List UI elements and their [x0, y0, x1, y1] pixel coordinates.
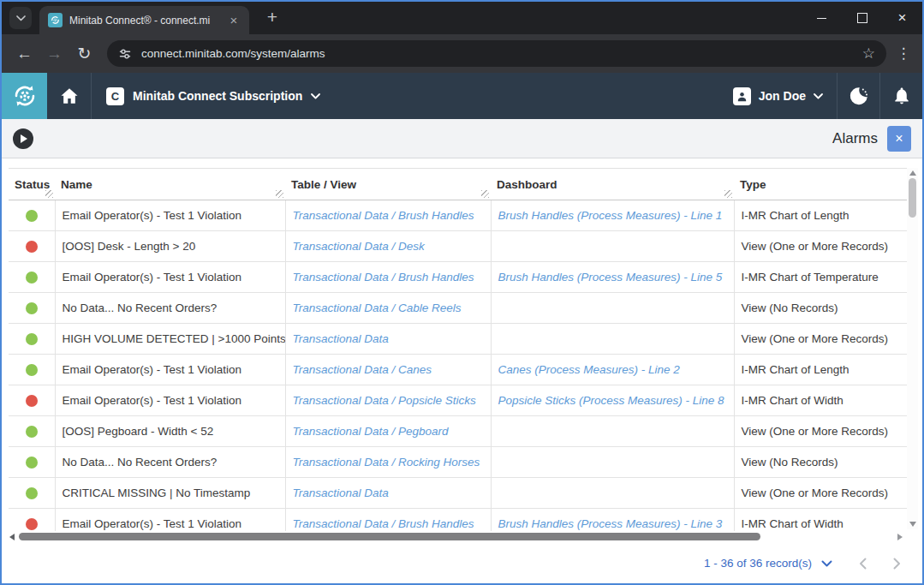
minitab-connect-favicon — [48, 13, 63, 27]
url-text[interactable]: connect.minitab.com/system/alarms — [141, 47, 853, 60]
table-view-link[interactable]: Transactional Data / Brush Handles — [293, 271, 474, 284]
table-view-link[interactable]: Transactional Data / Brush Handles — [293, 517, 474, 530]
table-view-link[interactable]: Transactional Data / Cable Reels — [293, 301, 462, 314]
alarm-name: HIGH VOLUME DETECTED | >1000 Points — [55, 324, 285, 355]
table-view-cell: Transactional Data / Popsicle Sticks — [285, 385, 491, 416]
panel-close-button[interactable]: × — [887, 126, 911, 152]
table-row[interactable]: Email Operator(s) - Test 1 ViolationTran… — [9, 262, 907, 293]
scroll-up-arrow[interactable] — [909, 170, 916, 176]
column-header-status[interactable]: Status — [9, 169, 55, 200]
table-view-cell: Transactional Data / Brush Handles — [285, 200, 491, 231]
dashboard-link[interactable]: Brush Handles (Process Measures) - Line … — [498, 209, 723, 222]
table-row[interactable]: Email Operator(s) - Test 1 ViolationTran… — [9, 355, 907, 385]
chevron-down-icon — [821, 560, 832, 567]
subscription-badge: C — [106, 87, 124, 105]
browser-tab[interactable]: Minitab Connect® - connect.mi × — [39, 6, 249, 34]
minitab-connect-logo[interactable] — [2, 73, 47, 119]
scroll-down-arrow[interactable] — [909, 522, 916, 527]
horizontal-scroll-thumb[interactable] — [19, 533, 760, 540]
site-settings-icon[interactable] — [118, 47, 132, 61]
table-view-link[interactable]: Transactional Data / Brush Handles — [293, 209, 474, 222]
dark-mode-toggle[interactable] — [838, 73, 879, 119]
dashboard-link[interactable]: Canes (Process Measures) - Line 2 — [498, 363, 680, 376]
table-view-cell: Transactional Data / Cable Reels — [285, 293, 491, 324]
scroll-left-arrow[interactable] — [9, 534, 15, 540]
dashboard-cell — [491, 447, 734, 478]
table-view-link[interactable]: Transactional Data / Popsicle Sticks — [293, 394, 476, 407]
user-avatar — [733, 87, 751, 105]
alarms-table: Status Name Table / View Dashboard Type … — [9, 168, 907, 531]
tab-search-button[interactable] — [9, 7, 32, 29]
status-cell — [9, 478, 55, 509]
home-button[interactable] — [47, 73, 91, 119]
address-bar[interactable]: connect.minitab.com/system/alarms ☆ — [107, 40, 886, 67]
status-cell — [9, 324, 55, 355]
table-row[interactable]: No Data... No Recent Orders?Transactiona… — [9, 293, 907, 324]
chevron-right-icon — [893, 558, 901, 570]
table-view-cell: Transactional Data / Brush Handles — [285, 509, 491, 532]
status-cell — [9, 200, 55, 231]
tab-title: Minitab Connect® - connect.mi — [69, 15, 219, 27]
dashboard-cell: Brush Handles (Process Measures) - Line … — [491, 262, 734, 293]
minimize-button[interactable] — [802, 2, 842, 34]
table-view-link[interactable]: Transactional Data / Rocking Horses — [293, 456, 480, 469]
window-close-button[interactable]: × — [882, 2, 922, 34]
dashboard-link[interactable]: Popsicle Sticks (Process Measures) - Lin… — [498, 394, 724, 407]
reload-button[interactable]: ↻ — [71, 40, 98, 67]
alarm-type: View (One or More Records) — [734, 478, 907, 509]
status-cell — [9, 231, 55, 262]
dashboard-cell: Popsicle Sticks (Process Measures) - Lin… — [491, 385, 734, 416]
column-header-name[interactable]: Name — [55, 169, 285, 200]
table-view-link[interactable]: Transactional Data / Pegboard — [293, 425, 449, 438]
table-row[interactable]: Email Operator(s) - Test 1 ViolationTran… — [9, 385, 907, 416]
table-row[interactable]: HIGH VOLUME DETECTED | >1000 PointsTrans… — [9, 324, 907, 355]
table-view-link[interactable]: Transactional Data / Canes — [293, 363, 432, 376]
table-row[interactable]: CRITICAL MISSING | No TimestampTransacti… — [9, 478, 907, 509]
browser-window: Minitab Connect® - connect.mi × + × ← → … — [0, 0, 924, 585]
table-row[interactable]: Email Operator(s) - Test 1 ViolationTran… — [9, 509, 907, 532]
back-button[interactable]: ← — [11, 40, 38, 67]
scroll-right-arrow[interactable] — [897, 534, 903, 540]
alarm-name: Email Operator(s) - Test 1 Violation — [55, 262, 285, 293]
column-header-table-view[interactable]: Table / View — [285, 169, 491, 200]
alarm-type: I-MR Chart of Width — [734, 385, 907, 416]
alarm-name: Email Operator(s) - Test 1 Violation — [55, 509, 285, 532]
dashboard-link[interactable]: Brush Handles (Process Measures) - Line … — [498, 271, 723, 284]
table-view-cell: Transactional Data / Canes — [285, 355, 491, 385]
table-view-link[interactable]: Transactional Data / Desk — [293, 240, 425, 253]
table-view-link[interactable]: Transactional Data — [293, 487, 389, 499]
run-button[interactable] — [13, 128, 33, 149]
forward-button[interactable]: → — [41, 40, 68, 67]
vertical-scroll-thumb[interactable] — [909, 178, 916, 218]
notifications-button[interactable] — [880, 73, 922, 119]
next-page-button[interactable] — [885, 558, 908, 570]
vertical-scrollbar[interactable] — [907, 168, 918, 529]
previous-page-button[interactable] — [851, 558, 873, 570]
maximize-button[interactable] — [842, 2, 882, 34]
table-view-link[interactable]: Transactional Data — [293, 332, 389, 345]
table-row[interactable]: Email Operator(s) - Test 1 ViolationTran… — [9, 200, 907, 231]
column-header-dashboard[interactable]: Dashboard — [491, 169, 734, 200]
tab-close-icon[interactable]: × — [226, 13, 241, 28]
alarm-name: No Data... No Recent Orders? — [55, 447, 285, 478]
new-tab-button[interactable]: + — [260, 6, 284, 30]
subscription-selector[interactable]: C Minitab Connect Subscription — [92, 73, 335, 119]
table-row[interactable]: [OOS] Pegboard - Width < 52Transactional… — [9, 416, 907, 447]
alarm-type: View (One or More Records) — [734, 231, 907, 262]
dashboard-cell — [491, 231, 734, 262]
dashboard-link[interactable]: Brush Handles (Process Measures) - Line … — [498, 517, 723, 530]
page-size-dropdown[interactable] — [821, 560, 832, 567]
user-name: Jon Doe — [759, 89, 806, 103]
table-row[interactable]: [OOS] Desk - Length > 20Transactional Da… — [9, 231, 907, 262]
status-cell — [9, 355, 55, 385]
horizontal-scrollbar[interactable] — [2, 531, 922, 543]
table-row[interactable]: No Data... No Recent Orders?Transactiona… — [9, 447, 907, 478]
bookmark-star-icon[interactable]: ☆ — [862, 45, 875, 63]
alarm-name: Email Operator(s) - Test 1 Violation — [55, 200, 285, 231]
table-header-row: Status Name Table / View Dashboard Type — [9, 169, 907, 200]
browser-menu-button[interactable]: ⋮ — [892, 45, 915, 63]
column-header-type[interactable]: Type — [734, 169, 907, 200]
user-menu[interactable]: Jon Doe — [719, 73, 837, 119]
dashboard-cell — [491, 324, 734, 355]
chevron-left-icon — [859, 558, 867, 570]
